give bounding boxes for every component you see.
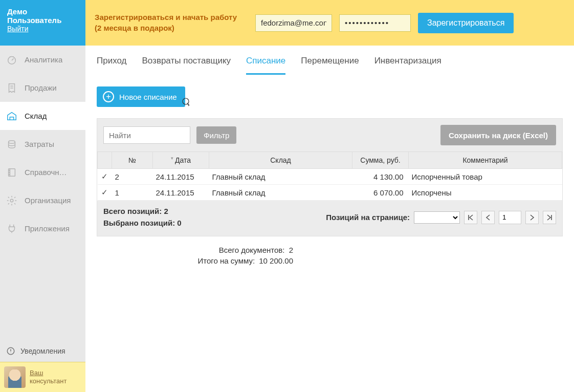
sidebar-item-organization[interactable]: Организация [0, 186, 85, 214]
plus-icon: + [103, 91, 114, 102]
table-row[interactable]: ✓ 2 24.11.2015 Главный склад 4 130.00 Ис… [98, 169, 562, 185]
selected-positions-label: Выбрано позиций: [103, 219, 175, 227]
notifications-label: Уведомления [20, 347, 65, 355]
cell-num: 1 [112, 185, 153, 201]
per-page-label: Позиций на странице: [326, 213, 410, 222]
register-button[interactable]: Зарегистрироваться [418, 13, 514, 33]
tab-writeoff[interactable]: Списание [246, 56, 285, 75]
cell-num: 2 [112, 169, 153, 185]
consultant-line1: Ваш [30, 369, 67, 377]
tab-receipt[interactable]: Приход [97, 56, 126, 75]
sidebar-items: Аналитика Продажи Склад Затраты [0, 46, 85, 340]
cell-sum: 6 070.00 [352, 185, 409, 201]
alert-icon [6, 346, 15, 356]
summary-docs-label: Всего документов: [219, 246, 285, 254]
main-area: Зарегистрироваться и начать работу (2 ме… [85, 0, 574, 392]
svg-point-1 [9, 140, 15, 143]
tab-inventory[interactable]: Инвентаризация [374, 56, 441, 75]
summary-docs-value: 2 [289, 246, 293, 254]
tab-transfer[interactable]: Перемещение [301, 56, 359, 75]
cell-warehouse: Главный склад [209, 169, 352, 185]
book-icon [6, 167, 17, 178]
tab-returns[interactable]: Возвраты поставщику [142, 56, 231, 75]
filter-button[interactable]: Фильтр [196, 126, 236, 144]
banner-line1: Зарегистрироваться и начать работу [95, 12, 248, 23]
sidebar-item-label: Приложения [25, 224, 70, 233]
content: + Новое списание Фильтр Сохранить на дис… [85, 75, 574, 278]
page-last-button[interactable] [543, 211, 556, 224]
sidebar-header: Демо Пользователь Выйти [0, 0, 85, 46]
cell-comment: Испорчены [409, 185, 562, 201]
sidebar-item-label: Аналитика [25, 55, 62, 64]
data-table: № Дата Склад Сумма, руб. Комментарий ✓ 2… [97, 151, 562, 201]
sidebar-item-apps[interactable]: Приложения [0, 214, 85, 243]
cell-date: 24.11.2015 [153, 169, 209, 185]
selected-positions-value: 0 [177, 219, 181, 227]
sidebar: Демо Пользователь Выйти Аналитика Продаж… [0, 0, 85, 392]
new-writeoff-label: Новое списание [119, 93, 177, 101]
grid-panel: Фильтр Сохранить на диск (Excel) № Дата … [97, 118, 563, 236]
sidebar-item-sales[interactable]: Продажи [0, 74, 85, 102]
notifications-link[interactable]: Уведомления [0, 340, 85, 362]
sidebar-item-label: Затраты [25, 140, 54, 148]
gear-icon [6, 195, 17, 206]
svg-point-3 [10, 199, 13, 202]
logout-link[interactable]: Выйти [7, 25, 78, 33]
sidebar-item-reference[interactable]: Справочн… [0, 158, 85, 186]
sidebar-item-expenses[interactable]: Затраты [0, 130, 85, 158]
cell-sum: 4 130.00 [352, 169, 409, 185]
col-sum[interactable]: Сумма, руб. [352, 152, 409, 169]
svg-point-0 [8, 56, 16, 64]
per-page-select[interactable] [414, 211, 460, 224]
plug-icon [6, 223, 17, 234]
warehouse-icon [6, 111, 17, 122]
username: Демо Пользователь [7, 7, 78, 25]
total-positions-label: Всего позиций: [103, 207, 162, 215]
registration-banner: Зарегистрироваться и начать работу (2 ме… [85, 0, 574, 46]
sidebar-item-label: Склад [25, 112, 47, 120]
sidebar-item-label: Организация [25, 196, 71, 205]
col-date[interactable]: Дата [153, 152, 209, 169]
table-header-row: № Дата Склад Сумма, руб. Комментарий [98, 152, 562, 169]
cell-warehouse: Главный склад [209, 185, 352, 201]
banner-password-input[interactable] [339, 14, 411, 32]
receipt-icon [6, 82, 17, 94]
grid-footer: Всего позиций: 2 Выбрано позиций: 0 Пози… [97, 201, 562, 236]
col-comment[interactable]: Комментарий [409, 152, 562, 169]
footer-totals: Всего позиций: 2 Выбрано позиций: 0 [103, 206, 182, 229]
page-first-button[interactable] [464, 211, 477, 224]
cell-date: 24.11.2015 [153, 185, 209, 201]
gauge-icon [6, 54, 17, 66]
consultant-text: Ваш консультант [30, 369, 67, 385]
total-positions-value: 2 [164, 207, 168, 215]
consultant-card[interactable]: Ваш консультант [0, 362, 85, 392]
col-check[interactable] [98, 152, 112, 169]
col-warehouse[interactable]: Склад [209, 152, 352, 169]
check-icon: ✓ [98, 185, 112, 201]
filter-row: Фильтр Сохранить на диск (Excel) [97, 119, 562, 151]
avatar [4, 366, 26, 388]
summary: Всего документов: 2 Итого на сумму: 10 2… [119, 246, 563, 265]
sidebar-item-label: Продажи [25, 83, 57, 92]
sidebar-item-analytics[interactable]: Аналитика [0, 46, 85, 74]
table-row[interactable]: ✓ 1 24.11.2015 Главный склад 6 070.00 Ис… [98, 185, 562, 201]
page-input[interactable] [499, 211, 521, 224]
search-input[interactable] [103, 126, 190, 144]
banner-message: Зарегистрироваться и начать работу (2 ме… [95, 12, 248, 33]
page-next-button[interactable] [525, 211, 539, 224]
banner-email-input[interactable] [255, 14, 332, 32]
sidebar-item-warehouse[interactable]: Склад [0, 102, 85, 130]
pager: Позиций на странице: [326, 211, 556, 224]
page-prev-button[interactable] [481, 211, 495, 224]
coins-icon [6, 139, 17, 150]
cell-comment: Испорченный товар [409, 169, 562, 185]
new-writeoff-button[interactable]: + Новое списание [97, 86, 185, 107]
summary-sum-label: Итого на сумму: [198, 256, 255, 265]
check-icon: ✓ [98, 169, 112, 185]
col-num[interactable]: № [112, 152, 153, 169]
banner-line2: (2 месяца в подарок) [95, 23, 248, 33]
summary-sum-value: 10 200.00 [259, 256, 293, 265]
export-excel-button[interactable]: Сохранить на диск (Excel) [440, 125, 556, 145]
consultant-line2: консультант [30, 377, 67, 385]
sidebar-item-label: Справочн… [25, 168, 67, 177]
